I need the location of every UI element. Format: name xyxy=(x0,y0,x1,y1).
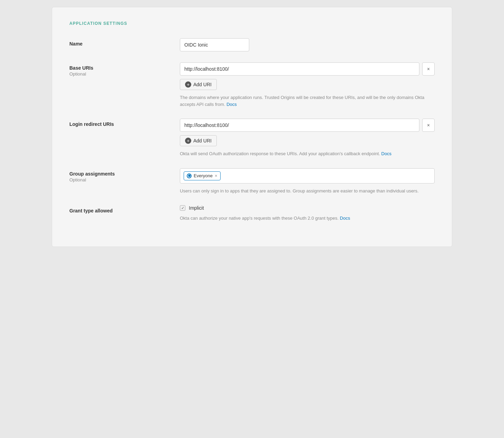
implicit-checkbox-label: Implicit xyxy=(189,205,204,211)
login-redirect-uris-docs-link[interactable]: Docs xyxy=(381,151,392,156)
login-redirect-uris-clear-icon: × xyxy=(427,122,430,128)
group-assignments-label: Group assignments xyxy=(69,171,180,177)
grant-type-field-content: ✓ Implicit Okta can authorize your nativ… xyxy=(180,205,435,222)
name-field-content xyxy=(180,38,435,51)
login-redirect-uris-input[interactable] xyxy=(180,119,419,132)
base-uris-add-button[interactable]: + Add URI xyxy=(180,79,217,90)
grant-type-help-description: Okta can authorize your native app's req… xyxy=(180,216,339,221)
login-redirect-uris-help-description: Okta will send OAuth authorization respo… xyxy=(180,151,380,156)
name-label: Name xyxy=(69,41,180,47)
base-uris-label-container: Base URIs Optional xyxy=(69,62,180,77)
group-assignments-label-sub: Optional xyxy=(69,177,180,182)
base-uris-help-description: The domains where your application runs.… xyxy=(180,95,424,107)
login-redirect-uris-input-row: × xyxy=(180,119,435,132)
base-uris-field-row: Base URIs Optional × + Add URI The domai… xyxy=(69,62,435,108)
login-redirect-uris-add-label: Add URI xyxy=(193,138,212,143)
grant-type-docs-link[interactable]: Docs xyxy=(340,216,350,221)
group-assignments-help-text: Users can only sign in to apps that they… xyxy=(180,188,435,195)
base-uris-clear-icon: × xyxy=(427,66,430,72)
everyone-tag[interactable]: Everyone × xyxy=(184,171,221,180)
base-uris-add-label: Add URI xyxy=(193,82,212,87)
name-label-container: Name xyxy=(69,38,180,47)
base-uris-label-sub: Optional xyxy=(69,71,180,77)
base-uris-clear-button[interactable]: × xyxy=(422,62,435,76)
base-uris-field-content: × + Add URI The domains where your appli… xyxy=(180,62,435,108)
application-settings-card: APPLICATION SETTINGS Name Base URIs Opti… xyxy=(52,7,452,247)
grant-type-help-text: Okta can authorize your native app's req… xyxy=(180,215,435,222)
implicit-checkbox-row: ✓ Implicit xyxy=(180,205,435,211)
login-redirect-uris-help-text: Okta will send OAuth authorization respo… xyxy=(180,150,435,157)
everyone-tag-close[interactable]: × xyxy=(215,173,217,178)
implicit-checkbox[interactable]: ✓ xyxy=(180,205,185,211)
login-redirect-uris-add-icon: + xyxy=(185,138,191,144)
login-redirect-uris-clear-button[interactable]: × xyxy=(422,119,435,132)
base-uris-help-text: The domains where your application runs.… xyxy=(180,94,435,108)
group-assignments-label-container: Group assignments Optional xyxy=(69,168,180,182)
everyone-tag-radio xyxy=(187,173,192,178)
group-assignments-input-container[interactable]: Everyone × xyxy=(180,168,435,183)
implicit-checkbox-check: ✓ xyxy=(181,206,184,210)
name-field-row: Name xyxy=(69,38,435,51)
login-redirect-uris-add-button[interactable]: + Add URI xyxy=(180,135,217,146)
group-assignments-field-content: Everyone × Users can only sign in to app… xyxy=(180,168,435,195)
grant-type-label-container: Grant type allowed xyxy=(69,205,180,213)
base-uris-input-row: × xyxy=(180,62,435,76)
login-redirect-uris-label: Login redirect URIs xyxy=(69,121,180,127)
base-uris-label: Base URIs xyxy=(69,65,180,71)
everyone-tag-radio-inner xyxy=(188,175,191,177)
group-assignments-field-row: Group assignments Optional Everyone × Us… xyxy=(69,168,435,195)
everyone-tag-label: Everyone xyxy=(194,173,213,178)
login-redirect-uris-field-content: × + Add URI Okta will send OAuth authori… xyxy=(180,119,435,157)
base-uris-add-icon: + xyxy=(185,81,191,88)
login-redirect-uris-label-container: Login redirect URIs xyxy=(69,119,180,127)
grant-type-label: Grant type allowed xyxy=(69,208,180,213)
login-redirect-uris-field-row: Login redirect URIs × + Add URI Okta wil… xyxy=(69,119,435,157)
base-uris-docs-link[interactable]: Docs xyxy=(226,102,237,107)
name-input[interactable] xyxy=(180,38,249,51)
grant-type-field-row: Grant type allowed ✓ Implicit Okta can a… xyxy=(69,205,435,222)
base-uris-input[interactable] xyxy=(180,62,419,76)
section-title: APPLICATION SETTINGS xyxy=(69,21,435,26)
